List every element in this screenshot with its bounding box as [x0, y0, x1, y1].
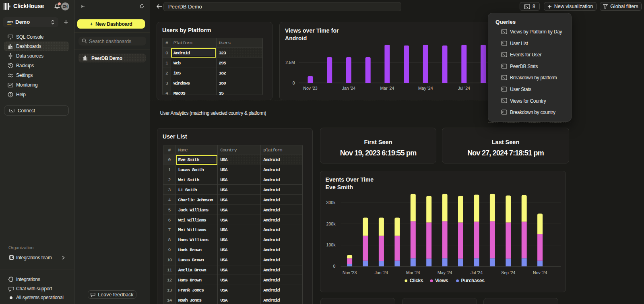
svg-text:Clicks: Clicks	[409, 278, 423, 283]
svg-text:Mar '24: Mar '24	[380, 86, 394, 91]
svg-text:Jan '24: Jan '24	[342, 86, 356, 91]
svg-text:0: 0	[293, 81, 295, 85]
svg-text:Jan '24: Jan '24	[374, 270, 388, 275]
svg-text:Mar '24: Mar '24	[406, 270, 420, 275]
svg-text:Jul '24: Jul '24	[458, 86, 470, 91]
svg-text:May '24: May '24	[418, 86, 433, 91]
svg-text:Jul '24: Jul '24	[471, 270, 483, 275]
svg-text:300k: 300k	[326, 200, 336, 205]
svg-text:200k: 200k	[326, 221, 336, 226]
svg-text:Nov '23: Nov '23	[303, 86, 317, 91]
svg-text:Sep '24: Sep '24	[501, 270, 515, 275]
svg-text:Nov '23: Nov '23	[343, 270, 357, 275]
svg-text:Views: Views	[435, 278, 448, 283]
svg-text:100k: 100k	[326, 242, 336, 247]
svg-text:Nov '24: Nov '24	[533, 270, 547, 275]
svg-text:0: 0	[333, 263, 335, 268]
svg-text:May '24: May '24	[437, 270, 452, 275]
svg-text:2.5M: 2.5M	[285, 60, 295, 65]
svg-text:Purchases: Purchases	[461, 278, 485, 283]
